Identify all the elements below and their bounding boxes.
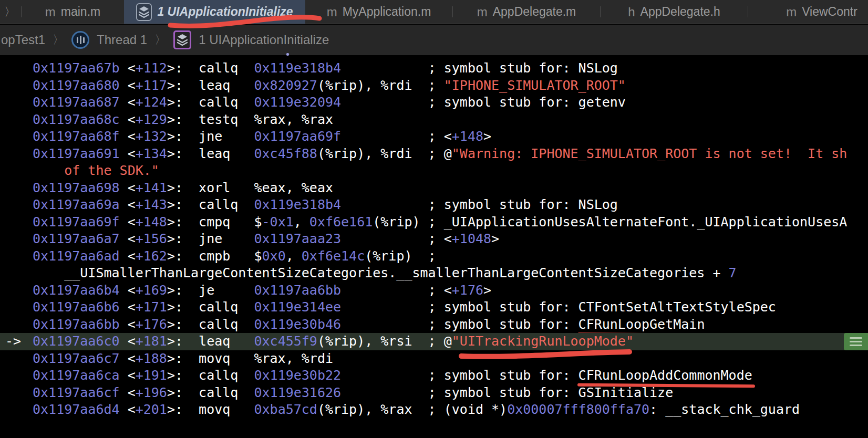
code-line: 0x1197aa680 <+117>: leaq 0x820927(%rip),… bbox=[0, 77, 868, 95]
breadcrumb-thread[interactable]: Thread 1 bbox=[97, 33, 147, 47]
code-line: 0x1197aa6ad <+162>: cmpb $0x0, 0xf6e14c(… bbox=[0, 248, 868, 265]
code-line: of the SDK." bbox=[0, 162, 868, 180]
tab-label: MyApplication.m bbox=[343, 5, 431, 19]
tab-appdelegate-h[interactable]: h AppDelegate.h bbox=[601, 0, 748, 24]
execution-pointer: -> bbox=[5, 333, 21, 350]
code-line: __UISmallerThanLargeContentSizeCategorie… bbox=[0, 265, 868, 282]
code-line: 0x1197aa698 <+141>: xorl %eax, %eax bbox=[0, 180, 868, 197]
code-line: 0x1197aa6c7 <+188>: movq %rax, %rdi bbox=[0, 350, 868, 368]
breadcrumb-frame[interactable]: 1 UIApplicationInitialize bbox=[199, 33, 329, 47]
tab-label: 1 UIApplicationInitialize bbox=[157, 5, 293, 19]
tab-myapplication-m[interactable]: m MyApplication.m bbox=[305, 0, 452, 24]
tab-label: AppDelegate.h bbox=[640, 5, 720, 19]
code-line: 0x1197aa6bb <+176>: callq 0x119e30b46 ; … bbox=[0, 316, 868, 333]
breadcrumb-project[interactable]: opTest1 bbox=[1, 33, 45, 47]
code-line: 0x1197aa691 <+134>: leaq 0xc45f88(%rip),… bbox=[0, 145, 868, 163]
objc-file-icon: m bbox=[327, 5, 337, 19]
code-line-current: ->0x1197aa6c0 <+181>: leaq 0xc455f9(%rip… bbox=[0, 333, 868, 350]
thread-icon bbox=[71, 31, 89, 49]
code-line: 0x1197aa69f <+148>: cmpq $-0x1, 0xf6e161… bbox=[0, 214, 868, 231]
code-line: 0x1197aa687 <+124>: callq 0x119e32094 ; … bbox=[0, 94, 868, 111]
disassembly-listing: 0x1197aa67b <+112>: callq 0x119e318b4 ; … bbox=[0, 55, 868, 438]
tab-label: AppDelegate.m bbox=[493, 5, 576, 19]
tab-viewcontroller[interactable]: m ViewContr bbox=[748, 0, 868, 24]
header-file-icon: h bbox=[628, 5, 635, 19]
hamburger-icon bbox=[850, 341, 862, 342]
objc-file-icon: m bbox=[786, 5, 797, 19]
code-line: 0x1197aa6cf <+196>: callq 0x119e31626 ; … bbox=[0, 384, 868, 402]
code-line: 0x1197aa6ca <+191>: callq 0x119e30b22 ; … bbox=[0, 367, 868, 384]
code-line: 0x1197aa68c <+129>: testq %rax, %rax bbox=[0, 111, 868, 129]
disassembly-stack-icon bbox=[136, 3, 152, 21]
xcode-disassembly-window: 〉 m main.m 1 UIApplicationInitialize m M… bbox=[0, 0, 868, 438]
tab-label: ViewContr bbox=[802, 5, 857, 19]
annotated-symbol: CFRunLoopGetMain bbox=[578, 317, 705, 332]
code-line: 0x1197aa67b <+112>: callq 0x119e318b4 ; … bbox=[0, 60, 868, 77]
tab-main-m[interactable]: m main.m bbox=[22, 0, 124, 24]
objc-file-icon: m bbox=[477, 5, 488, 19]
jump-menu-button[interactable] bbox=[844, 333, 868, 350]
breadcrumb-separator-icon: 〉 bbox=[53, 32, 64, 48]
tab-uiapplicationinitialize[interactable]: 1 UIApplicationInitialize bbox=[124, 0, 305, 24]
stack-frame-icon bbox=[173, 30, 191, 49]
hamburger-icon bbox=[850, 345, 862, 346]
code-line: 0x1197aa68f <+132>: jne 0x1197aa69f ; <+… bbox=[0, 128, 868, 145]
clipped-line-fragment bbox=[286, 53, 289, 56]
code-line: 0x1197aa6a7 <+156>: jne 0x1197aaa23 ; <+… bbox=[0, 231, 868, 248]
code-line: 0x1197aa6b6 <+171>: callq 0x119e314ee ; … bbox=[0, 299, 868, 316]
annotated-symbol: CFRunLoopAddCommonMode bbox=[578, 368, 752, 383]
objc-file-icon: m bbox=[45, 5, 56, 19]
tab-overflow-chevron-icon[interactable]: 〉 bbox=[0, 0, 21, 24]
hamburger-icon bbox=[850, 337, 862, 339]
code-line: 0x1197aa69a <+143>: callq 0x119e318b4 ; … bbox=[0, 196, 868, 214]
jump-bar: opTest1 〉 Thread 1 〉 1 UIApplicationInit… bbox=[0, 25, 868, 55]
tab-label: main.m bbox=[61, 5, 100, 19]
tab-appdelegate-m[interactable]: m AppDelegate.m bbox=[453, 0, 600, 24]
code-line: 0x1197aa6b4 <+169>: je 0x1197aa6bb ; <+1… bbox=[0, 282, 868, 299]
editor-tab-bar: 〉 m main.m 1 UIApplicationInitialize m M… bbox=[0, 0, 868, 24]
code-line: 0x1197aa6d4 <+201>: movq 0xba57cd(%rip),… bbox=[0, 401, 868, 419]
breadcrumb-separator-icon: 〉 bbox=[154, 32, 166, 48]
